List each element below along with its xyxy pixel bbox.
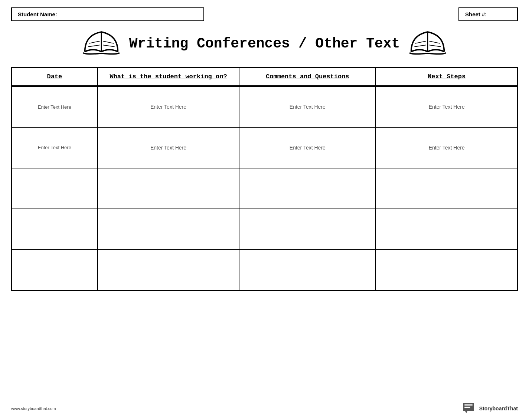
cell-next-steps-3[interactable] bbox=[376, 168, 517, 209]
cell-comments-2[interactable]: Enter Text Here bbox=[239, 127, 376, 168]
cell-working-1[interactable]: Enter Text Here bbox=[98, 86, 239, 127]
cell-date-3[interactable] bbox=[12, 168, 98, 209]
title-area: Writing Conferences / Other Text bbox=[11, 29, 518, 58]
header-row: Student Name: Sheet #: bbox=[11, 7, 518, 21]
brand-logo-icon bbox=[463, 403, 476, 414]
sheet-label: Sheet #: bbox=[465, 11, 487, 17]
student-name-label: Student Name: bbox=[18, 11, 57, 17]
col-header-working-on: What is the student working on? bbox=[98, 68, 239, 86]
svg-line-7 bbox=[415, 45, 426, 46]
svg-line-2 bbox=[88, 45, 99, 46]
footer-url: www.storyboardthat.com bbox=[11, 406, 56, 411]
cell-comments-4[interactable] bbox=[239, 209, 376, 250]
student-name-box[interactable]: Student Name: bbox=[11, 7, 204, 21]
svg-line-6 bbox=[415, 41, 426, 43]
cell-next-steps-5[interactable] bbox=[376, 250, 517, 291]
col-header-next-steps: Next Steps bbox=[376, 68, 517, 86]
cell-next-steps-2[interactable]: Enter Text Here bbox=[376, 127, 517, 168]
cell-next-steps-4[interactable] bbox=[376, 209, 517, 250]
svg-marker-11 bbox=[465, 411, 467, 413]
cell-next-steps-1[interactable]: Enter Text Here bbox=[376, 86, 517, 127]
svg-line-3 bbox=[103, 41, 114, 43]
table-row: Enter Text Here Enter Text Here Enter Te… bbox=[12, 86, 517, 127]
table-row bbox=[12, 250, 517, 291]
book-icon-right bbox=[407, 29, 448, 58]
svg-rect-12 bbox=[464, 404, 473, 406]
cell-working-4[interactable] bbox=[98, 209, 239, 250]
table-row bbox=[12, 209, 517, 250]
table-row bbox=[12, 168, 517, 209]
page-title: Writing Conferences / Other Text bbox=[129, 36, 400, 52]
table-header-row: Date What is the student working on? Com… bbox=[12, 68, 517, 86]
cell-comments-5[interactable] bbox=[239, 250, 376, 291]
cell-working-2[interactable]: Enter Text Here bbox=[98, 127, 239, 168]
col-header-comments: Comments and Questions bbox=[239, 68, 376, 86]
cell-date-2[interactable]: Enter Text Here bbox=[12, 127, 98, 168]
col-header-date: Date bbox=[12, 68, 98, 86]
conference-table: Date What is the student working on? Com… bbox=[11, 67, 518, 291]
svg-rect-13 bbox=[464, 407, 470, 408]
cell-working-3[interactable] bbox=[98, 168, 239, 209]
brand-name: StoryboardThat bbox=[479, 406, 518, 411]
cell-comments-3[interactable] bbox=[239, 168, 376, 209]
cell-date-5[interactable] bbox=[12, 250, 98, 291]
cell-date-4[interactable] bbox=[12, 209, 98, 250]
svg-line-1 bbox=[89, 41, 99, 43]
sheet-number-box[interactable]: Sheet #: bbox=[458, 7, 518, 21]
svg-line-4 bbox=[103, 45, 114, 46]
footer-brand: StoryboardThat bbox=[463, 403, 518, 414]
book-icon-left bbox=[81, 29, 122, 58]
cell-working-5[interactable] bbox=[98, 250, 239, 291]
footer: www.storyboardthat.com StoryboardThat bbox=[11, 403, 518, 414]
cell-date-1[interactable]: Enter Text Here bbox=[12, 86, 98, 127]
page: Student Name: Sheet #: Writing Conferenc… bbox=[0, 0, 529, 420]
cell-comments-1[interactable]: Enter Text Here bbox=[239, 86, 376, 127]
svg-line-8 bbox=[430, 41, 440, 43]
table-row: Enter Text Here Enter Text Here Enter Te… bbox=[12, 127, 517, 168]
svg-line-9 bbox=[430, 45, 441, 46]
